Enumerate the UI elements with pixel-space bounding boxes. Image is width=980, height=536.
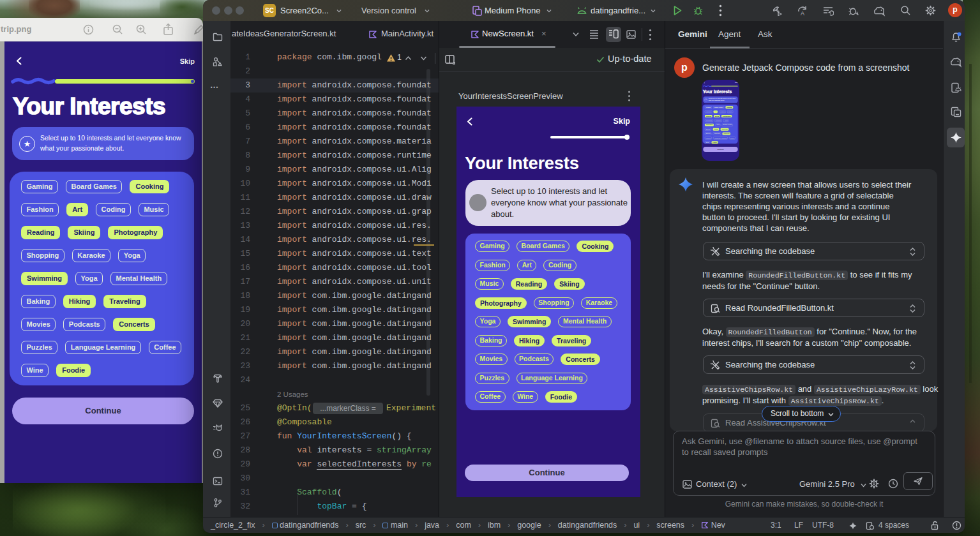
svg-text:A: A [801,10,804,17]
